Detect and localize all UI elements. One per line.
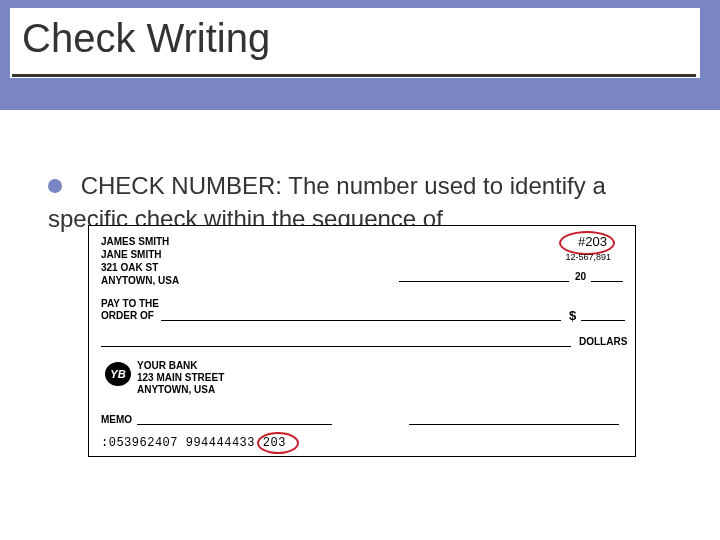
date-year-line xyxy=(591,281,623,282)
holder-name-2: JANE SMITH xyxy=(101,249,162,262)
memo-label: MEMO xyxy=(101,414,132,427)
amount-words-line xyxy=(101,346,571,347)
dollar-sign: $ xyxy=(569,308,576,323)
header-band: Check Writing xyxy=(0,0,720,110)
holder-street: 321 OAK ST xyxy=(101,262,158,275)
micr-check-number-highlight xyxy=(257,432,299,454)
bullet-text: CHECK NUMBER: The number used to identif… xyxy=(48,172,606,232)
holder-name-1: JAMES SMITH xyxy=(101,236,169,249)
amount-box-line xyxy=(581,320,625,321)
check-illustration: JAMES SMITH JANE SMITH 321 OAK ST ANYTOW… xyxy=(88,225,636,457)
slide-title: Check Writing xyxy=(22,16,270,61)
bank-name: YOUR BANK xyxy=(137,360,198,373)
date-line xyxy=(399,281,569,282)
payee-line xyxy=(161,320,561,321)
bank-logo-icon: YB xyxy=(105,362,131,386)
signature-line xyxy=(409,424,619,425)
bullet-icon xyxy=(48,179,62,193)
bank-street: 123 MAIN STREET xyxy=(137,372,224,385)
dollars-label: DOLLARS xyxy=(579,336,627,347)
pay-to-label-2: ORDER OF xyxy=(101,310,154,323)
holder-city: ANYTOWN, USA xyxy=(101,275,179,288)
slide: Check Writing CHECK NUMBER: The number u… xyxy=(0,0,720,540)
bank-city: ANYTOWN, USA xyxy=(137,384,215,397)
date-century: 20 xyxy=(575,271,586,282)
memo-line xyxy=(137,424,332,425)
routing-display: 12-567,891 xyxy=(565,252,611,262)
header-underline xyxy=(12,74,696,77)
pay-to-label-1: PAY TO THE xyxy=(101,298,159,311)
